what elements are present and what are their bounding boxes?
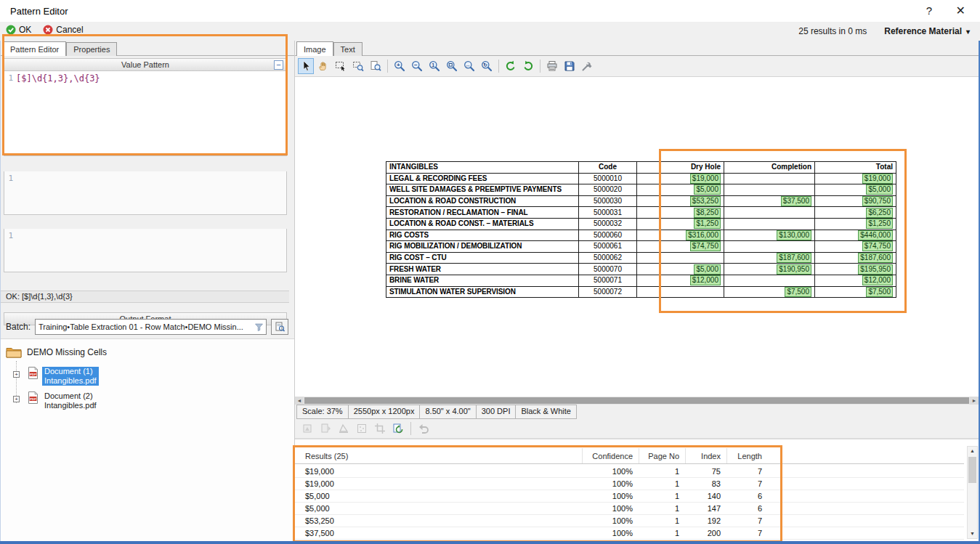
tree-item-document-1[interactable]: PDF Document (1) Intangibles.pdf [28,367,99,386]
dry-hole-header-cell: Dry Hole [661,162,724,174]
results-vertical-scrollbar[interactable]: ▲ ▼ [967,446,978,539]
undo-button[interactable] [416,421,432,437]
document-search-icon [275,322,285,332]
zoom-fit-icon [446,60,458,72]
extracted-value-highlight: $6,250 [866,208,893,218]
result-row[interactable]: $5,000100%11406 [295,490,964,503]
pan-tool-button[interactable] [315,58,331,74]
svg-text:1: 1 [432,62,434,68]
refresh-ccw-icon [505,60,517,72]
look-behind-editor[interactable]: 1 [4,229,287,272]
tab-text[interactable]: Text [333,42,363,56]
tree-item-document-2[interactable]: PDF Document (2) Intangibles.pdf [28,391,99,410]
value-pattern-editor[interactable]: 1 [$]\d{1,3},\d{3} [4,71,287,156]
pointer-tool-button[interactable] [298,58,314,74]
settings-button[interactable] [579,58,595,74]
result-row[interactable]: $5,000100%11476 [295,503,964,515]
reference-material-dropdown[interactable]: Reference Material ▾ [884,26,970,36]
look-ahead-editor[interactable]: 1 [4,171,287,215]
rotate-left-tool-button[interactable] [299,421,315,437]
scroll-right-arrow[interactable]: ► [970,397,979,405]
line-number: 1 [4,71,16,83]
column-header-length[interactable]: Length [726,448,768,463]
document-image-viewport[interactable]: INTANGIBLES Code Dry Hole Completion Tot… [295,77,979,397]
column-header-index[interactable]: Index [685,448,726,463]
save-button[interactable] [562,58,578,74]
color-mode-indicator: Black & White [515,405,576,419]
extracted-value-highlight: $190,950 [777,264,811,275]
scroll-left-arrow[interactable]: ◄ [295,397,304,405]
table-row: RIG COSTS5000060$316,000$130,000$446,000 [386,230,896,241]
close-button[interactable]: ✕ [956,4,965,17]
refresh-ccw-button[interactable] [503,58,519,74]
table-row: RIG MOBILIZATION / DEMOBILIZATION5000061… [386,241,896,253]
result-row[interactable]: $53,250100%11927 [295,515,964,527]
result-row[interactable]: $19,000100%1757 [295,466,964,478]
column-header-page-no[interactable]: Page No [639,448,685,463]
extracted-value-highlight: $74,750 [862,241,893,251]
cancel-x-icon [43,25,53,35]
print-button[interactable] [544,58,560,74]
zoom-fit-width-button[interactable]: ↔ [461,58,477,74]
svg-text:↔: ↔ [466,62,471,68]
zoom-in-button[interactable]: + [392,58,408,74]
line-number: 1 [4,229,16,240]
batch-selector-field[interactable]: Training•Table Extraction 01 - Row Match… [35,319,267,335]
refresh-cw-button[interactable] [520,58,536,74]
expand-document-2-button[interactable]: + [13,396,20,402]
crop-tool-button[interactable] [372,421,388,437]
results-header-row: Results (25) Confidence Page No Index Le… [295,448,964,464]
table-row: BRINE WATER5000071$12,000$12,000 [386,275,896,286]
total-header-cell: Total [815,162,896,174]
help-button[interactable]: ? [926,4,932,17]
result-row[interactable]: $19,000100%1837 [295,478,964,490]
table-header-row: INTANGIBLES Code Dry Hole Completion Tot… [386,162,896,174]
extracted-value-highlight: $74,750 [690,241,721,251]
scroll-down-arrow[interactable]: ▼ [968,529,977,538]
result-row[interactable]: $37,500100%12007 [295,527,964,540]
ok-button[interactable]: OK [6,25,31,35]
zoom-out-icon: − [411,60,423,72]
extracted-value-highlight: $19,000 [690,174,721,184]
zoom-actual-size-button[interactable]: 1 [426,58,442,74]
zoom-out-button[interactable]: − [409,58,425,74]
extracted-value-highlight: $446,000 [858,230,893,240]
zoom-preview-tool-button[interactable] [368,58,384,74]
expand-document-1-button[interactable]: + [13,371,20,378]
dpi-indicator: 300 DPI [476,405,517,419]
toolbar-separator [540,60,540,73]
column-header-confidence[interactable]: Confidence [582,448,639,463]
cancel-button[interactable]: Cancel [43,25,83,35]
despeckle-tool-button[interactable] [354,421,370,437]
collapse-value-pattern-button[interactable]: − [274,60,283,70]
toolbar-separator [498,60,499,73]
select-region-tool-button[interactable] [333,58,349,74]
window-border [0,41,1,544]
viewer-toolbar: + − 1 ↔ ↻ [295,56,979,77]
extracted-value-highlight: $90,750 [862,196,893,206]
zoom-region-tool-button[interactable] [350,58,366,74]
viewer-status-bar: Scale: 37% 2550px x 1200px 8.50" x 4.00"… [297,405,577,419]
zoom-fit-page-button[interactable] [444,58,460,74]
scroll-up-arrow[interactable]: ▲ [968,447,977,455]
zoom-page-icon [370,60,381,72]
batch-value: Training•Table Extraction 01 - Row Match… [39,322,252,331]
horizontal-scrollbar[interactable]: ◄ ► [295,397,979,405]
deskew-tool-button[interactable] [336,421,352,437]
tab-properties[interactable]: Properties [66,42,117,56]
table-row: RIG COST – CTU5000062$187,600$187,600 [386,252,896,264]
window-border [0,541,980,544]
zoom-refresh-button[interactable]: ↻ [479,58,495,74]
extracted-value-highlight: $5,000 [866,184,893,195]
table-row: FRESH WATER5000070$5,000$190,950$195,950 [386,264,896,275]
open-batch-button[interactable] [271,319,288,335]
batch-tree: DEMO Missing Cells + PDF Document (1) In… [0,338,294,541]
vertical-scroll-thumb[interactable] [968,457,976,483]
tab-image[interactable]: Image [296,41,333,56]
tree-root-demo-missing-cells[interactable]: DEMO Missing Cells [6,346,107,358]
tree-root-label: DEMO Missing Cells [27,347,107,357]
rotate-right-tool-button[interactable] [317,421,333,437]
horizontal-scroll-thumb[interactable] [304,397,969,404]
tab-pattern-editor[interactable]: Pattern Editor [3,41,66,56]
reprocess-page-button[interactable] [390,421,406,437]
